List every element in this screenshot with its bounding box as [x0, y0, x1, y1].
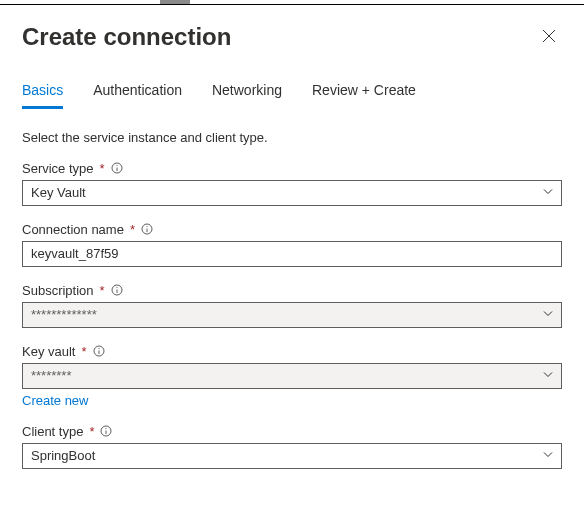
required-asterisk: *	[130, 222, 135, 237]
client-type-label: Client type	[22, 424, 83, 439]
field-connection-name: Connection name *	[22, 222, 562, 267]
window-top-accent	[0, 0, 584, 5]
key-vault-label: Key vault	[22, 344, 75, 359]
svg-point-10	[116, 287, 117, 288]
field-label-row: Service type *	[22, 161, 562, 176]
tab-bar: Basics Authentication Networking Review …	[22, 82, 562, 110]
field-service-type: Service type * Key Vault	[22, 161, 562, 206]
subscription-value: *************	[31, 307, 97, 322]
field-subscription: Subscription * *************	[22, 283, 562, 328]
field-label-row: Subscription *	[22, 283, 562, 298]
field-key-vault: Key vault * ******** Create new	[22, 344, 562, 408]
svg-point-16	[106, 428, 107, 429]
tab-basics[interactable]: Basics	[22, 82, 63, 109]
field-client-type: Client type * SpringBoot	[22, 424, 562, 469]
svg-point-4	[116, 165, 117, 166]
required-asterisk: *	[100, 283, 105, 298]
tab-authentication[interactable]: Authentication	[93, 82, 182, 109]
required-asterisk: *	[100, 161, 105, 176]
client-type-value: SpringBoot	[31, 448, 95, 463]
info-icon[interactable]	[111, 162, 123, 174]
connection-name-input-wrap	[22, 241, 562, 267]
client-type-select[interactable]: SpringBoot	[22, 443, 562, 469]
svg-point-7	[146, 226, 147, 227]
svg-point-13	[98, 348, 99, 349]
required-asterisk: *	[89, 424, 94, 439]
field-label-row: Connection name *	[22, 222, 562, 237]
info-icon[interactable]	[100, 425, 112, 437]
close-button[interactable]	[536, 23, 562, 49]
field-label-row: Key vault *	[22, 344, 562, 359]
service-type-value: Key Vault	[31, 185, 86, 200]
required-asterisk: *	[81, 344, 86, 359]
tab-networking[interactable]: Networking	[212, 82, 282, 109]
create-new-link[interactable]: Create new	[22, 393, 88, 408]
connection-name-label: Connection name	[22, 222, 124, 237]
tab-review-create[interactable]: Review + Create	[312, 82, 416, 109]
key-vault-select[interactable]: ********	[22, 363, 562, 389]
info-icon[interactable]	[93, 345, 105, 357]
subscription-label: Subscription	[22, 283, 94, 298]
info-icon[interactable]	[111, 284, 123, 296]
panel-header: Create connection	[22, 23, 562, 52]
panel-title: Create connection	[22, 23, 231, 52]
intro-text: Select the service instance and client t…	[22, 130, 562, 145]
close-icon	[542, 31, 556, 46]
create-connection-panel: Create connection Basics Authentication …	[0, 5, 584, 469]
subscription-select[interactable]: *************	[22, 302, 562, 328]
service-type-label: Service type	[22, 161, 94, 176]
connection-name-input[interactable]	[31, 244, 535, 264]
info-icon[interactable]	[141, 223, 153, 235]
service-type-select[interactable]: Key Vault	[22, 180, 562, 206]
key-vault-value: ********	[31, 368, 71, 383]
field-label-row: Client type *	[22, 424, 562, 439]
